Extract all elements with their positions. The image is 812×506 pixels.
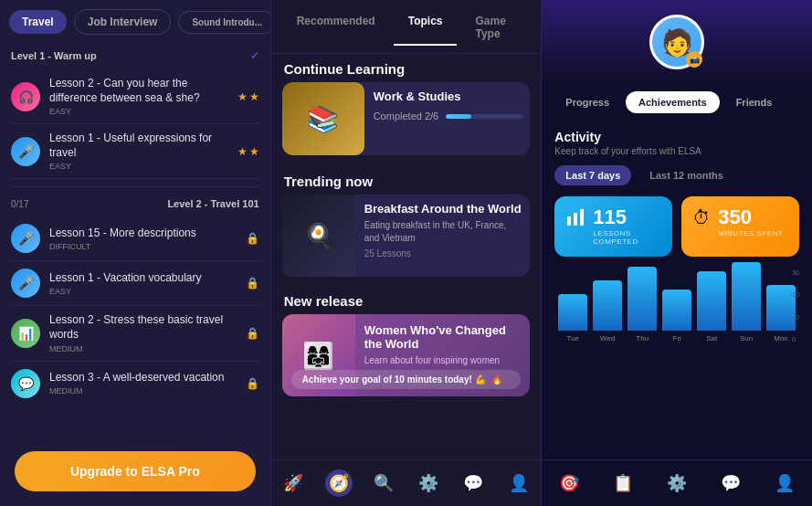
chart-bar-label: Sat — [706, 334, 717, 343]
fire-icon: 🔥 — [491, 374, 502, 385]
lesson-icon-headphones: 🎧 — [11, 82, 40, 111]
lesson-item[interactable]: 🎤 Lesson 15 - More descriptions DIFFICUL… — [11, 216, 259, 261]
camera-badge-icon[interactable]: 📷 — [686, 51, 702, 68]
lesson-icon-equalizer: 📊 — [11, 319, 40, 348]
nav-rocket-icon[interactable]: 🚀 — [279, 469, 307, 497]
tab-friends[interactable]: Friends — [723, 91, 786, 113]
breakfast-card-image — [282, 195, 355, 277]
lesson-item[interactable]: 📊 Lesson 2 - Stress these basic travel w… — [11, 306, 259, 361]
profile-tabs: Progress Achievements Friends — [542, 84, 812, 121]
svg-rect-2 — [580, 209, 584, 226]
tab-sound-intro[interactable]: Sound Introdu... — [178, 11, 270, 34]
chart-bar-group: Sun — [732, 262, 761, 343]
upgrade-button[interactable]: Upgrade to ELSA Pro — [15, 451, 256, 491]
lesson-icon-chat: 💬 — [11, 369, 40, 398]
level-2-section: 0/17 Level 2 - Travel 101 🎤 Lesson 15 - … — [0, 191, 270, 405]
level-2-header: 0/17 Level 2 - Travel 101 — [11, 191, 259, 216]
tab-game-type[interactable]: Game Type — [460, 9, 530, 46]
nav-chat-icon[interactable]: 💬 — [717, 469, 744, 497]
tab-travel[interactable]: Travel — [9, 10, 67, 34]
profile-header: 🧑 📷 — [542, 0, 812, 84]
chart-bar-group: Sat — [697, 271, 726, 343]
chart-bar-group: Thu — [627, 267, 657, 343]
new-release-card[interactable]: 👩‍👩‍👧 Women Who've Changed the World Lea… — [282, 314, 531, 396]
divider — [11, 186, 259, 187]
continue-learning-card[interactable]: Work & Studies Completed 2/6 — [282, 82, 531, 155]
lesson-item[interactable]: 🎤 Lesson 1 - Vacation vocabulary EASY 🔒 — [11, 261, 259, 306]
lock-icon: 🔒 — [246, 277, 259, 290]
trending-card-desc: Eating breakfast in the UK, France, and … — [364, 219, 523, 245]
chart-bar-group: Wed — [593, 280, 622, 343]
lesson-title: Lesson 1 - Vacation vocabulary — [49, 271, 237, 286]
achieve-banner: Achieve your goal of 10 minutes today! 💪… — [291, 370, 522, 389]
time-filter-7days[interactable]: Last 7 days — [554, 165, 631, 185]
lesson-item[interactable]: 💬 Lesson 3 - A well-deserved vacation ME… — [11, 362, 259, 406]
lesson-difficulty: EASY — [49, 107, 228, 116]
card-title: Work & Studies — [374, 90, 523, 103]
lock-icon: 🔒 — [246, 232, 259, 245]
lock-icon: 🔒 — [246, 377, 259, 390]
chart-bar — [558, 294, 587, 331]
nav-target-icon[interactable]: 🎯 — [555, 469, 583, 497]
checkmark-icon: ✓ — [250, 49, 259, 62]
lesson-item[interactable]: 🎧 Lesson 2 - Can you hear the difference… — [11, 69, 259, 124]
nav-list-icon[interactable]: 📋 — [609, 469, 637, 497]
level-1-section: Level 1 - Warm up ✓ 🎧 Lesson 2 - Can you… — [0, 42, 270, 179]
lesson-difficulty: MEDIUM — [49, 386, 237, 395]
chart-bar — [732, 262, 761, 331]
chart-scale: 30 20 10 0 — [792, 269, 799, 343]
svg-rect-1 — [574, 213, 577, 226]
time-filter-12months[interactable]: Last 12 months — [638, 165, 734, 185]
stats-row: 115 LESSONS COMPETED ⏱ 350 MINUTES SPENT — [554, 196, 799, 257]
lesson-title: Lesson 1 - Useful expressions for travel — [49, 132, 228, 160]
chart-bar-label: Thu — [636, 334, 649, 343]
nav-person-icon[interactable]: 👤 — [505, 469, 533, 497]
bar-chart: TueWedThuFriSatSunMon — [554, 269, 799, 343]
nav-gear-icon[interactable]: ⚙️ — [663, 469, 691, 497]
lesson-difficulty: MEDIUM — [49, 344, 237, 353]
lesson-item[interactable]: 🎤 Lesson 1 - Useful expressions for trav… — [11, 124, 259, 179]
nav-gear-icon[interactable]: ⚙️ — [415, 469, 442, 497]
tab-recommended[interactable]: Recommended — [282, 9, 390, 46]
chart-bar-label: Mon — [774, 334, 788, 343]
tab-topics[interactable]: Topics — [394, 9, 458, 46]
trending-card-title: Breakfast Around the World — [364, 202, 523, 216]
chart-bar-group: Tue — [558, 294, 587, 343]
bar-chart-container: TueWedThuFriSatSunMon 30 20 10 0 — [554, 269, 799, 343]
svg-rect-0 — [567, 216, 571, 226]
progress-bar — [446, 114, 522, 119]
lesson-icon-mic: 🎤 — [11, 224, 40, 253]
new-release-card-desc: Learn about four inspiring women — [364, 354, 523, 367]
trending-card[interactable]: Breakfast Around the World Eating breakf… — [282, 195, 531, 277]
lesson-title: Lesson 3 - A well-deserved vacation — [49, 371, 237, 385]
new-release-title: New release — [271, 286, 542, 314]
nav-person-icon[interactable]: 👤 — [771, 469, 798, 497]
lesson-title: Lesson 2 - Stress these basic travel wor… — [49, 313, 237, 342]
tab-job-interview[interactable]: Job Interview — [74, 9, 172, 35]
timer-icon: ⏱ — [692, 207, 711, 228]
lesson-difficulty: EASY — [49, 162, 228, 171]
nav-search-icon[interactable]: 🔍 — [370, 469, 397, 497]
tab-achievements[interactable]: Achievements — [626, 91, 720, 113]
tab-progress[interactable]: Progress — [553, 91, 622, 113]
panel3-bottom-nav: 🎯 📋 ⚙️ 💬 👤 — [542, 459, 812, 506]
chart-bar — [766, 285, 796, 331]
lesson-title: Lesson 15 - More descriptions — [49, 227, 237, 241]
progress-fill — [446, 114, 471, 119]
chart-bar-group: Fri — [662, 290, 691, 343]
panel-travel: Travel Job Interview Sound Introdu... Le… — [0, 0, 271, 506]
trending-lessons-count: 25 Lessons — [364, 248, 523, 258]
minutes-label: MINUTES SPENT — [718, 229, 783, 237]
lesson-title: Lesson 2 - Can you hear the difference b… — [49, 77, 228, 105]
lesson-stars: ★ ★ — [237, 145, 259, 158]
lesson-stars: ★ ★ — [237, 90, 259, 103]
chart-bar-label: Tue — [567, 334, 580, 343]
new-release-card-title: Women Who've Changed the World — [364, 323, 523, 351]
continue-learning-title: Continue Learning — [271, 54, 542, 82]
lesson-icon-mic: 🎤 — [11, 137, 40, 166]
nav-compass-icon[interactable]: 🧭 — [325, 469, 353, 497]
progress-text: Completed 2/6 — [374, 111, 439, 121]
panel2-bottom-nav: 🚀 🧭 🔍 ⚙️ 💬 👤 — [271, 459, 542, 506]
lesson-icon-mic: 🎤 — [11, 269, 40, 298]
nav-chat-icon[interactable]: 💬 — [459, 469, 487, 497]
